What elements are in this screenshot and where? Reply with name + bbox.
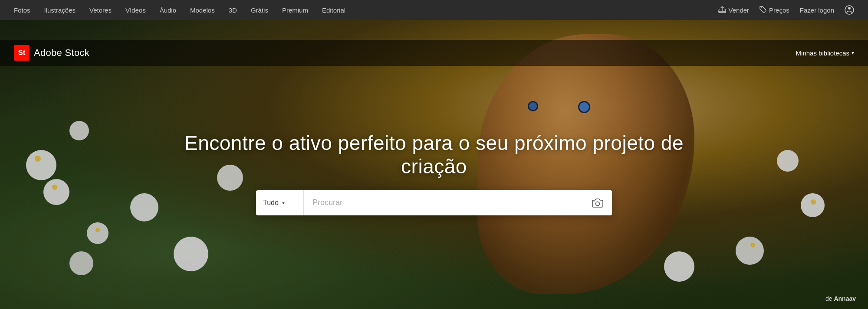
upload-cloud-icon [718,6,726,14]
credit-author: Annaav [834,295,856,302]
precos-link[interactable]: Preços [760,6,789,14]
svg-point-2 [596,202,600,205]
nav-editorial[interactable]: Editorial [322,7,345,14]
vender-link[interactable]: Vender [718,6,750,14]
nav-audio[interactable]: Áudio [160,7,176,14]
logon-link[interactable]: Fazer logon [800,7,834,14]
nav-ilustracoes[interactable]: Ilustrações [44,7,76,14]
svg-point-0 [761,7,762,8]
nav-3d[interactable]: 3D [229,7,237,14]
hero-credit: de Annaav [825,295,856,302]
nav-links-left: Fotos Ilustrações Vetores Vídeos Áudio M… [14,7,345,14]
hero-section: St Adobe Stock Minhas bibliotecas ▾ Enco… [0,20,868,309]
logo-bar: St Adobe Stock Minhas bibliotecas ▾ [0,40,868,66]
nav-fotos[interactable]: Fotos [14,7,30,14]
brand-name: Adobe Stock [34,47,89,59]
my-libraries-label: Minhas bibliotecas [796,49,849,57]
logon-label: Fazer logon [800,7,834,14]
search-bar: Tudo ▾ [256,190,612,215]
vender-label: Vender [729,7,750,14]
nav-modelos[interactable]: Modelos [190,7,215,14]
adobe-stock-badge: St [14,45,30,61]
profile-icon-link[interactable] [845,5,854,15]
credit-prefix: de [825,295,832,302]
search-category-label: Tudo [263,199,279,207]
brand-logo: St Adobe Stock [14,45,89,61]
hero-content: Encontre o ativo perfeito para o seu pró… [152,131,716,215]
chevron-down-icon: ▾ [852,50,854,56]
camera-icon [592,198,603,208]
search-input[interactable] [304,190,583,215]
search-category-dropdown[interactable]: Tudo ▾ [256,190,304,215]
nav-premium[interactable]: Premium [282,7,308,14]
precos-label: Preços [769,7,789,14]
tag-icon [760,6,766,14]
nav-links-right: Vender Preços Fazer logon [718,5,854,15]
nav-gratis[interactable]: Grátis [251,7,268,14]
hero-title: Encontre o ativo perfeito para o seu pró… [152,131,716,178]
my-libraries-button[interactable]: Minhas bibliotecas ▾ [796,49,854,57]
svg-point-3 [594,201,595,202]
dropdown-chevron-icon: ▾ [282,200,285,206]
nav-videos[interactable]: Vídeos [125,7,146,14]
profile-icon [845,5,854,15]
camera-search-button[interactable] [583,190,612,215]
nav-vetores[interactable]: Vetores [89,7,112,14]
top-navigation: Fotos Ilustrações Vetores Vídeos Áudio M… [0,0,868,20]
